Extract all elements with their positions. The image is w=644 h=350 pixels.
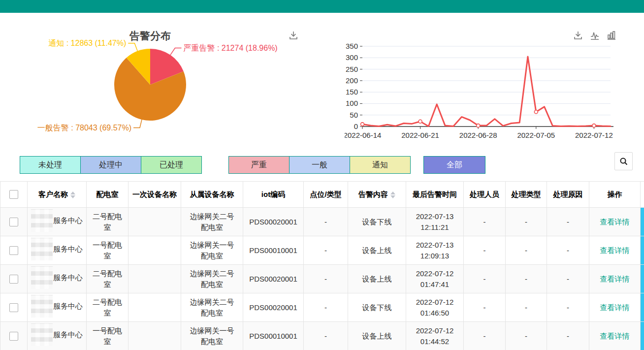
view-detail-link[interactable]: 查看详情	[600, 218, 630, 226]
cell-room: 二号配电室	[87, 208, 129, 236]
download-icon[interactable]	[573, 31, 583, 42]
redacted-blur	[31, 238, 53, 260]
column-header-iot: iot编码	[243, 182, 304, 208]
cell-customer: 服务中心	[28, 236, 87, 265]
column-header-label: 告警内容	[358, 190, 388, 198]
column-header-htype: 处理类型	[506, 182, 547, 208]
column-header-content[interactable]: 告警内容	[348, 182, 406, 208]
pie-label-通知: 通知 : 12863 (11.47%)	[48, 39, 126, 47]
cell-action: 查看详情	[589, 236, 641, 265]
table-row: 服务中心一号配电室边缘网关一号配电室PDS00010001-设备上线2022-0…	[0, 236, 644, 265]
row-checkbox[interactable]	[9, 246, 18, 255]
sort-icon[interactable]	[390, 191, 395, 198]
cell-primary-device	[129, 265, 181, 293]
customer-name: 服务中心	[53, 329, 83, 340]
customer-name: 服务中心	[53, 215, 83, 226]
cell-customer: 服务中心	[28, 293, 87, 322]
cell-alarm-content: 设备下线	[348, 293, 406, 322]
cell-handle-type: -	[506, 293, 547, 322]
cell-action: 查看详情	[589, 208, 641, 236]
pie-label-line	[128, 43, 137, 51]
cell-last-alarm-time: 2022-07-12 01:46:50	[406, 293, 464, 322]
cell-iot-code: PDS00020001	[243, 293, 304, 322]
data-point-marker[interactable]	[419, 120, 422, 123]
pie-chart-title: 告警分布	[129, 30, 171, 41]
row-checkbox[interactable]	[9, 303, 18, 312]
y-tick-label: 150	[346, 88, 358, 96]
cell-iot-code: PDS00020001	[243, 265, 304, 293]
cell-parent-device: 边缘网关二号配电室	[181, 293, 243, 322]
table-row: 服务中心一号配电室边缘网关一号配电室PDS00010001-设备上线2022-0…	[0, 322, 644, 350]
alarm-distribution-pie-chart: 告警分布 严重告警 : 21274 (18.96%)一般告警 : 78043 (…	[15, 15, 330, 149]
row-checkbox[interactable]	[9, 275, 18, 284]
row-select-cell	[0, 208, 28, 236]
scrollbar-thumb[interactable]	[641, 236, 644, 265]
cell-handle-reason: -	[547, 293, 589, 322]
cell-handle-type: -	[506, 265, 547, 293]
bar-mode-icon[interactable]	[607, 31, 616, 42]
cell-point-type: -	[304, 322, 348, 350]
scrollbar-thumb[interactable]	[641, 208, 644, 236]
cell-handle-reason: -	[547, 208, 589, 236]
redacted-blur	[31, 209, 53, 232]
search-button[interactable]	[614, 152, 633, 170]
x-tick-label: 2022-07-12	[575, 131, 613, 139]
scrollbar-thumb[interactable]	[641, 322, 644, 350]
row-checkbox[interactable]	[9, 332, 18, 341]
data-point-marker[interactable]	[477, 124, 480, 127]
view-detail-link[interactable]: 查看详情	[600, 332, 630, 340]
cell-handler: -	[464, 322, 506, 350]
cell-handle-reason: -	[547, 322, 589, 350]
cell-primary-device	[129, 293, 181, 322]
column-header-customer[interactable]: 客户名称	[28, 182, 87, 208]
alarm-table: 客户名称配电室一次设备名称从属设备名称iot编码点位/类型告警内容最后告警时间处…	[0, 181, 644, 350]
x-tick-label: 2022-06-28	[459, 131, 497, 139]
row-checkbox[interactable]	[9, 218, 18, 226]
filter-level-button-2[interactable]: 通知	[350, 156, 411, 174]
filter-status-button-1[interactable]: 处理中	[80, 156, 141, 174]
filter-level-button-1[interactable]: 一般	[289, 156, 350, 174]
download-icon[interactable]	[289, 31, 298, 40]
filter-status-button-2[interactable]: 已处理	[141, 156, 202, 174]
cell-point-type: -	[304, 236, 348, 265]
redacted-blur	[31, 323, 53, 346]
pie-label-line	[133, 120, 142, 128]
table-row: 服务中心二号配电室边缘网关二号配电室PDS00020001-设备上线2022-0…	[0, 265, 644, 293]
scrollbar-thumb[interactable]	[641, 293, 644, 322]
cell-action: 查看详情	[589, 265, 641, 293]
cell-point-type: -	[304, 293, 348, 322]
filter-status-button-0[interactable]: 未处理	[20, 156, 81, 174]
column-header-label: 一次设备名称	[132, 190, 177, 198]
table-row: 服务中心二号配电室边缘网关二号配电室PDS00020001-设备下线2022-0…	[0, 208, 644, 236]
filter-all-button[interactable]: 全部	[423, 156, 485, 174]
column-header-label: 客户名称	[38, 190, 68, 198]
cell-last-alarm-time: 2022-07-12 01:47:41	[406, 265, 464, 293]
filter-level-button-0[interactable]: 严重	[228, 156, 290, 174]
y-tick-label: 200	[346, 76, 358, 85]
cell-handler: -	[464, 265, 506, 293]
data-point-marker[interactable]	[592, 124, 596, 127]
redacted-blur	[31, 295, 53, 318]
cell-room: 一号配电室	[87, 236, 129, 265]
cell-last-alarm-time: 2022-07-13 12:11:21	[406, 208, 464, 236]
cell-handle-reason: -	[547, 265, 589, 293]
column-header-handler: 处理人员	[464, 182, 506, 208]
cell-alarm-content: 设备上线	[348, 236, 406, 265]
select-all-checkbox[interactable]	[9, 190, 18, 199]
data-point-marker[interactable]	[534, 110, 538, 114]
redacted-blur	[31, 266, 53, 289]
view-detail-link[interactable]: 查看详情	[600, 246, 630, 255]
column-header-primary: 一次设备名称	[129, 182, 181, 208]
row-select-cell	[0, 322, 28, 350]
view-detail-link[interactable]: 查看详情	[600, 275, 630, 283]
sort-icon[interactable]	[70, 191, 75, 198]
customer-name: 服务中心	[53, 272, 83, 283]
data-point-marker[interactable]	[361, 123, 364, 126]
view-detail-link[interactable]: 查看详情	[600, 303, 630, 312]
y-tick-label: 50	[350, 111, 358, 119]
scrollbar-thumb[interactable]	[641, 265, 644, 293]
row-select-cell	[0, 293, 28, 322]
cell-handler: -	[464, 208, 506, 236]
line-mode-icon[interactable]	[590, 31, 600, 42]
cell-room: 一号配电室	[87, 322, 129, 350]
